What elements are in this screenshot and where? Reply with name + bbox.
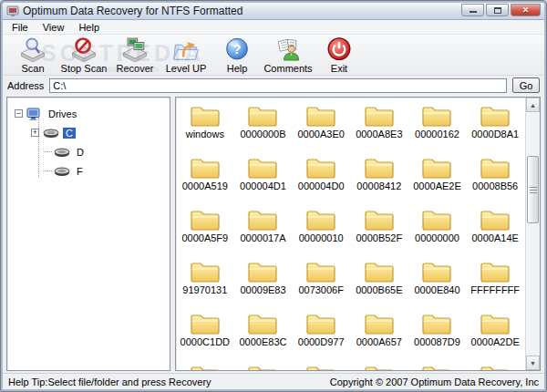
tree-drive-d[interactable]: D <box>44 142 166 161</box>
minimize-icon <box>470 11 477 13</box>
folder-item[interactable] <box>408 362 467 370</box>
folder-label: 000004D0 <box>298 181 345 191</box>
titlebar[interactable]: Optimum Data Recovery for NTFS Formatted… <box>3 3 544 20</box>
collapse-box-icon[interactable]: − <box>15 109 23 118</box>
person-notebook-icon <box>274 36 303 63</box>
close-icon: ✕ <box>522 6 530 15</box>
folder-item[interactable]: 0000D977 <box>292 310 350 362</box>
folder-item[interactable]: 0000017A <box>234 206 293 258</box>
folder-item[interactable]: 00000162 <box>408 102 467 154</box>
folder-label: 00000010 <box>299 232 344 243</box>
menu-bar: File View Help <box>3 20 544 35</box>
folder-icon <box>247 206 278 232</box>
folder-icon <box>480 362 511 370</box>
disk-monitors-icon <box>120 36 150 63</box>
tree-root-label: Drives <box>46 108 79 119</box>
level-up-button[interactable]: Level UP <box>161 36 211 74</box>
folder-item[interactable] <box>466 362 524 370</box>
folder-item[interactable]: 0073006F <box>292 258 350 310</box>
folder-item[interactable]: 0000A519 <box>176 154 234 206</box>
folder-icon <box>480 258 511 284</box>
folder-icon <box>247 362 278 370</box>
folder-item[interactable]: 0000B65E <box>350 258 408 310</box>
vertical-scrollbar[interactable]: ▲ ▼ <box>525 98 540 370</box>
scan-button[interactable]: Scan <box>8 36 57 74</box>
folder-icon <box>421 362 452 370</box>
help-button[interactable]: ? Help <box>212 36 262 74</box>
stop-scan-button[interactable]: Stop Scan <box>59 36 108 74</box>
folder-label: 91970131 <box>182 284 227 295</box>
folder-item[interactable]: 0000A14E <box>466 206 524 258</box>
folder-item[interactable]: 0000E840 <box>408 258 467 310</box>
folder-label: 0000D8A1 <box>471 129 519 139</box>
folder-item[interactable]: 0000B52F <box>350 206 408 258</box>
folder-item[interactable]: 0000C1DD <box>176 310 234 362</box>
drive-d-label: D <box>74 147 87 158</box>
folder-item[interactable] <box>176 362 234 370</box>
expand-box-icon[interactable]: + <box>31 129 39 137</box>
close-button[interactable]: ✕ <box>511 4 541 16</box>
folder-item[interactable] <box>292 362 350 370</box>
folder-item[interactable]: 0000A3E0 <box>292 102 350 154</box>
go-button[interactable]: Go <box>512 77 540 93</box>
folder-icon <box>247 154 278 180</box>
folder-label: 00008412 <box>356 181 401 191</box>
toolbar: Scan Stop Scan Recover <box>3 35 544 76</box>
tree-drive-f[interactable]: F <box>44 161 166 181</box>
scroll-thumb[interactable] <box>527 156 539 223</box>
folder-item[interactable]: 00000000 <box>408 206 467 258</box>
status-bar: Help Tip:Select file/folder and press Re… <box>3 373 544 389</box>
folder-label: 0000E83C <box>239 336 286 347</box>
maximize-button[interactable] <box>486 4 509 16</box>
folder-item[interactable]: 000004D0 <box>292 154 350 206</box>
drive-icon <box>54 166 70 177</box>
help-label: Help <box>227 63 248 74</box>
tree-drive-c[interactable]: + C <box>31 123 166 142</box>
address-input[interactable] <box>49 78 507 93</box>
folder-label: 0000A3E0 <box>297 129 344 139</box>
folder-icon <box>190 310 221 335</box>
folder-item[interactable]: 0000000B <box>234 102 293 154</box>
folder-item[interactable]: 91970131 <box>176 258 234 310</box>
folder-icon <box>421 258 452 284</box>
folder-item[interactable]: 0000AE2E <box>408 154 467 206</box>
folder-item[interactable]: FFFFFFFF <box>466 258 524 310</box>
tree-node-drives[interactable]: − Drives <box>15 104 166 123</box>
address-label: Address <box>7 80 44 91</box>
folder-item[interactable]: 0000A2DE <box>466 310 524 362</box>
folder-item[interactable]: windows <box>176 102 234 154</box>
recover-button[interactable]: Recover <box>110 36 160 74</box>
scroll-down-button[interactable]: ▼ <box>526 356 540 370</box>
folder-icon <box>190 102 221 128</box>
scroll-up-button[interactable]: ▲ <box>526 98 540 112</box>
folder-item[interactable]: 000087D9 <box>408 310 467 362</box>
folder-item[interactable] <box>234 362 293 370</box>
menu-file[interactable]: File <box>5 21 36 34</box>
folder-item[interactable]: 00008B56 <box>466 154 524 206</box>
folder-item[interactable]: 0000D8A1 <box>466 102 524 154</box>
recover-label: Recover <box>117 63 154 74</box>
folder-label: 0000A8E3 <box>356 129 402 139</box>
folder-item[interactable] <box>350 362 408 370</box>
folder-label: 0000A657 <box>356 336 402 347</box>
menu-view[interactable]: View <box>36 21 72 34</box>
folder-item[interactable]: 0000E83C <box>234 310 293 362</box>
folder-label: 0000B52F <box>356 232 402 243</box>
folder-item[interactable]: 000004D1 <box>234 154 293 206</box>
menu-help[interactable]: Help <box>71 21 107 34</box>
folder-item[interactable]: 00000010 <box>292 206 350 258</box>
folder-item[interactable]: 00009E83 <box>234 258 293 310</box>
folder-item[interactable]: 00008412 <box>350 154 408 206</box>
folder-item[interactable]: 0000A5F9 <box>176 206 234 258</box>
folder-icon <box>421 206 452 232</box>
folder-label: 00009E83 <box>240 284 285 295</box>
folder-icon <box>190 362 221 370</box>
scroll-track[interactable] <box>526 112 540 356</box>
exit-button[interactable]: Exit <box>315 36 364 74</box>
folder-item[interactable]: 0000A657 <box>350 310 408 362</box>
folder-item[interactable]: 0000A8E3 <box>350 102 408 154</box>
comments-button[interactable]: Comments <box>263 36 313 74</box>
level-up-label: Level UP <box>166 63 207 74</box>
minimize-button[interactable] <box>461 4 484 16</box>
drive-icon <box>43 128 59 139</box>
